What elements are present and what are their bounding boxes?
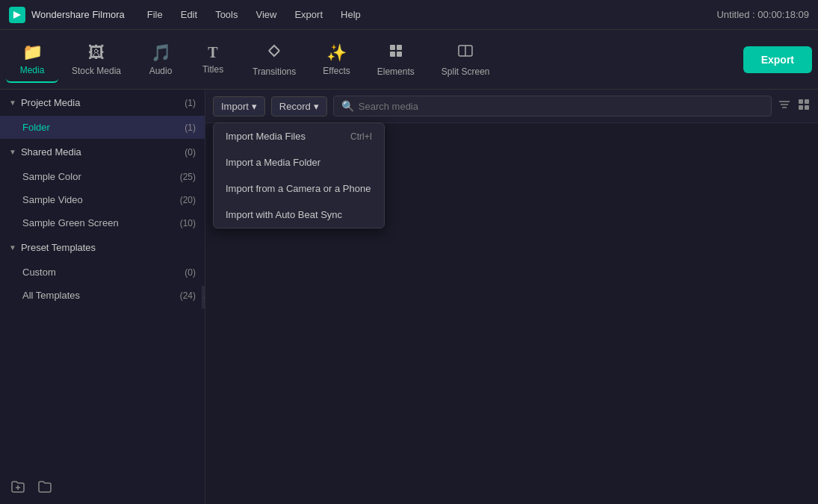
sidebar-item-sample-video[interactable]: Sample Video (20) <box>0 188 205 211</box>
search-bar[interactable]: 🔍 <box>333 96 772 116</box>
menu-edit[interactable]: Edit <box>173 6 205 23</box>
filter-icon[interactable] <box>778 98 791 114</box>
app-logo <box>9 7 25 23</box>
toolbar-stock-media[interactable]: 🖼 Stock Media <box>58 37 134 82</box>
project-info: Untitled : 00:00:18:09 <box>716 9 809 20</box>
titlebar: Wondershare Filmora File Edit Tools View… <box>0 0 818 30</box>
main-panel: Import ▾ Record ▾ 🔍 <box>205 90 818 504</box>
add-folder-icon[interactable] <box>10 479 25 498</box>
elements-icon <box>388 43 404 63</box>
menu-tools[interactable]: Tools <box>208 6 245 23</box>
import-files-shortcut: Ctrl+I <box>350 131 372 142</box>
sidebar-section-project-media[interactable]: ▼ Project Media (1) <box>0 90 205 116</box>
import-dropdown-menu: Import Media Files Ctrl+I Import a Media… <box>213 122 385 228</box>
toolbar-effects[interactable]: ✨ Effects <box>309 37 363 82</box>
toolbar-audio[interactable]: 🎵 Audio <box>134 37 187 82</box>
split-screen-icon <box>457 43 474 63</box>
menu-file[interactable]: File <box>140 6 170 23</box>
toolbar-split-screen[interactable]: Split Screen <box>428 37 503 83</box>
toolbar-media[interactable]: 📁 Media <box>6 37 58 83</box>
menu-bar: File Edit Tools View Export Help <box>140 6 717 23</box>
dropdown-item-import-camera[interactable]: Import from a Camera or a Phone <box>214 175 384 202</box>
import-chevron-icon: ▾ <box>252 101 257 112</box>
toolbar-split-screen-label: Split Screen <box>441 66 490 77</box>
toolbar-stock-media-label: Stock Media <box>72 66 121 76</box>
sidebar-item-custom[interactable]: Custom (0) <box>0 261 205 284</box>
effects-icon: ✨ <box>326 43 347 63</box>
toolbar-transitions-label: Transitions <box>252 66 296 77</box>
sample-green-screen-count: (10) <box>180 218 196 228</box>
all-templates-count: (24) <box>180 290 196 301</box>
preset-templates-title: Preset Templates <box>21 242 196 253</box>
svg-rect-14 <box>799 105 803 110</box>
sample-color-label: Sample Color <box>22 171 180 182</box>
custom-count: (0) <box>185 267 196 278</box>
svg-rect-13 <box>805 99 809 104</box>
project-media-count: (1) <box>185 98 196 108</box>
record-chevron-icon: ▾ <box>314 101 319 112</box>
main-toolbar: 📁 Media 🖼 Stock Media 🎵 Audio T Titles T… <box>0 30 818 90</box>
sample-color-count: (25) <box>180 172 196 182</box>
toolbar-titles[interactable]: T Titles <box>187 38 239 81</box>
search-icon: 🔍 <box>341 100 354 112</box>
sample-video-count: (20) <box>180 195 196 205</box>
sidebar-item-sample-color[interactable]: Sample Color (25) <box>0 165 205 188</box>
titles-icon: T <box>208 44 217 61</box>
import-auto-beat-label: Import with Auto Beat Sync <box>226 209 342 220</box>
folder-icon[interactable] <box>37 479 52 498</box>
svg-marker-0 <box>13 11 21 19</box>
toolbar-effects-label: Effects <box>323 66 350 76</box>
svg-rect-4 <box>397 52 402 57</box>
sidebar-section-preset-templates[interactable]: ▼ Preset Templates <box>0 234 205 261</box>
import-files-label: Import Media Files <box>226 131 306 142</box>
shared-media-title: Shared Media <box>21 146 185 158</box>
audio-icon: 🎵 <box>151 43 171 63</box>
import-button[interactable]: Import ▾ <box>213 96 265 116</box>
record-button[interactable]: Record ▾ <box>271 96 327 116</box>
toolbar-elements-label: Elements <box>377 66 415 77</box>
dropdown-item-import-auto-beat[interactable]: Import with Auto Beat Sync <box>214 202 384 228</box>
all-templates-label: All Templates <box>22 290 180 301</box>
menu-view[interactable]: View <box>248 6 284 23</box>
toolbar-audio-label: Audio <box>149 66 173 76</box>
shared-media-count: (0) <box>185 147 196 158</box>
sidebar-item-sample-green-screen[interactable]: Sample Green Screen (10) <box>0 211 205 234</box>
sidebar-section-shared-media[interactable]: ▼ Shared Media (0) <box>0 139 205 165</box>
import-folder-label: Import a Media Folder <box>226 157 320 168</box>
project-media-title: Project Media <box>21 97 185 108</box>
custom-label: Custom <box>22 267 185 278</box>
svg-rect-12 <box>799 99 803 104</box>
toolbar-media-label: Media <box>20 65 45 75</box>
folder-count: (1) <box>185 122 196 133</box>
app-name: Wondershare Filmora <box>31 9 125 20</box>
grid-view-icon[interactable] <box>797 98 811 114</box>
transitions-icon <box>266 43 282 63</box>
preset-templates-arrow: ▼ <box>9 243 16 252</box>
project-media-arrow: ▼ <box>9 99 16 107</box>
menu-help[interactable]: Help <box>333 6 368 23</box>
record-label: Record <box>279 101 311 112</box>
sample-video-label: Sample Video <box>22 194 180 205</box>
dropdown-item-import-folder[interactable]: Import a Media Folder <box>214 149 384 175</box>
svg-rect-2 <box>397 45 402 50</box>
sidebar-item-folder[interactable]: Folder (1) <box>0 116 205 139</box>
svg-rect-3 <box>390 52 395 57</box>
toolbar-end-icons <box>778 98 811 114</box>
toolbar-titles-label: Titles <box>202 64 223 75</box>
import-camera-label: Import from a Camera or a Phone <box>226 183 371 194</box>
sidebar-item-all-templates[interactable]: All Templates (24) <box>0 284 205 307</box>
media-toolbar: Import ▾ Record ▾ 🔍 <box>205 90 818 123</box>
media-icon: 📁 <box>22 43 43 62</box>
search-input[interactable] <box>359 101 763 112</box>
toolbar-elements[interactable]: Elements <box>364 37 428 83</box>
sidebar-bottom-bar <box>0 479 205 498</box>
shared-media-arrow: ▼ <box>9 148 16 156</box>
content-area: ▼ Project Media (1) Folder (1) ▼ Shared … <box>0 90 818 504</box>
dropdown-item-import-files[interactable]: Import Media Files Ctrl+I <box>214 123 384 149</box>
stock-media-icon: 🖼 <box>88 43 105 63</box>
toolbar-transitions[interactable]: Transitions <box>239 37 309 83</box>
sidebar: ▼ Project Media (1) Folder (1) ▼ Shared … <box>0 90 205 504</box>
menu-export[interactable]: Export <box>287 6 330 23</box>
svg-rect-1 <box>390 45 395 50</box>
export-button[interactable]: Export <box>743 46 812 73</box>
